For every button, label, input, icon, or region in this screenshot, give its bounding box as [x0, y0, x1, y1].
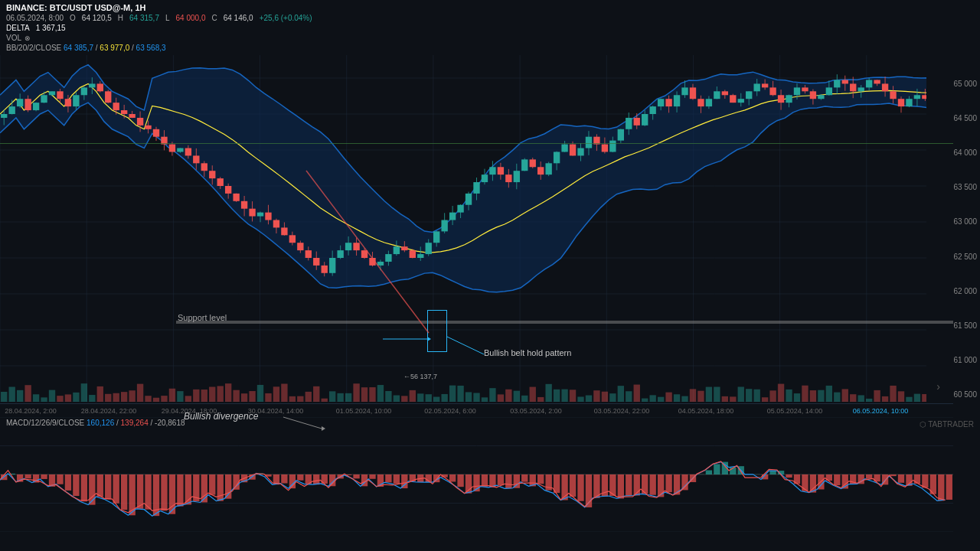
macd-indicator-label: MACD/12/26/9/CLOSE	[6, 419, 84, 427]
close-val: 64 146,0	[224, 14, 253, 22]
time-axis: 28.04.2024, 2:00 28.04.2024, 22:00 29.04…	[0, 403, 953, 417]
open-label: O	[70, 14, 76, 22]
main-chart-canvas	[0, 42, 953, 402]
bb-val1: 64 385,7	[64, 44, 93, 52]
price-62500: 62 500	[953, 253, 977, 261]
price-65000: 65 000	[953, 80, 977, 88]
price-axis: 65 500 65 000 64 500 64 000 63 500 63 00…	[926, 42, 980, 402]
macd-chart-canvas	[0, 417, 953, 532]
symbol-label: BINANCE: BTC/USDT USD@-M, 1H	[6, 3, 145, 12]
price-64500: 64 500	[953, 114, 977, 122]
bb-val2: 63 977,0	[100, 44, 129, 52]
high-val: 64 315,7	[129, 14, 159, 22]
open-val: 64 120,5	[82, 14, 112, 22]
vol-label: VOL	[6, 34, 21, 42]
scroll-right-arrow[interactable]: ›	[936, 380, 940, 393]
time-1: 28.04.2024, 22:00	[81, 407, 137, 415]
time-10: 06.05.2024, 10:00	[851, 407, 910, 415]
delta-val: 1 367,15	[36, 24, 66, 32]
time-2: 29.04.2024, 18:00	[162, 407, 217, 415]
close-label: C	[211, 14, 217, 22]
bb-val3: 63 568,3	[136, 44, 166, 52]
price-63000: 63 000	[953, 217, 977, 226]
macd-label: MACD/12/26/9/CLOSE 160,126 / 139,264 / -…	[6, 419, 185, 427]
price-63500: 63 500	[953, 183, 977, 191]
price-61500: 61 500	[953, 321, 977, 330]
change-val: +25,6 (+0.04%)	[260, 14, 312, 22]
macd-val1: 160,126	[87, 419, 114, 427]
time-0: 28.04.2024, 2:00	[5, 407, 57, 415]
delta-label: DELTA	[6, 24, 30, 32]
price-61000: 61 000	[953, 356, 977, 364]
vol-icon: ⊗	[24, 34, 31, 42]
low-val: 64 000,0	[176, 14, 206, 22]
price-64000: 64 000	[953, 148, 977, 157]
price-60500: 60 500	[953, 390, 977, 399]
tabtrader-logo: ⬡ TABTRADER	[920, 420, 974, 429]
low-label: L	[165, 14, 170, 22]
time-3: 30.04.2024, 14:00	[248, 407, 304, 415]
chart-container: BINANCE: BTC/USDT USD@-M, 1H 06.05.2024,…	[0, 0, 980, 551]
high-label: H	[118, 14, 123, 22]
macd-val2: 139,264	[121, 419, 149, 427]
bb-label: BB/20/2/CLOSE	[6, 44, 61, 52]
price-62000: 62 000	[953, 287, 977, 295]
tabtrader-text: ⬡ TABTRADER	[920, 420, 974, 429]
time-8: 04.05.2024, 18:00	[678, 407, 734, 415]
time-5: 02.05.2024, 6:00	[424, 407, 476, 415]
time-4: 01.05.2024, 10:00	[336, 407, 392, 415]
top-bar: BINANCE: BTC/USDT USD@-M, 1H 06.05.2024,…	[0, 0, 980, 55]
macd-val3: -20,8618	[155, 419, 185, 427]
time-7: 03.05.2024, 22:00	[594, 407, 650, 415]
time-9: 05.05.2024, 14:00	[767, 407, 823, 415]
date-label: 06.05.2024, 8:00	[6, 14, 64, 22]
time-6: 03.05.2024, 2:00	[510, 407, 562, 415]
